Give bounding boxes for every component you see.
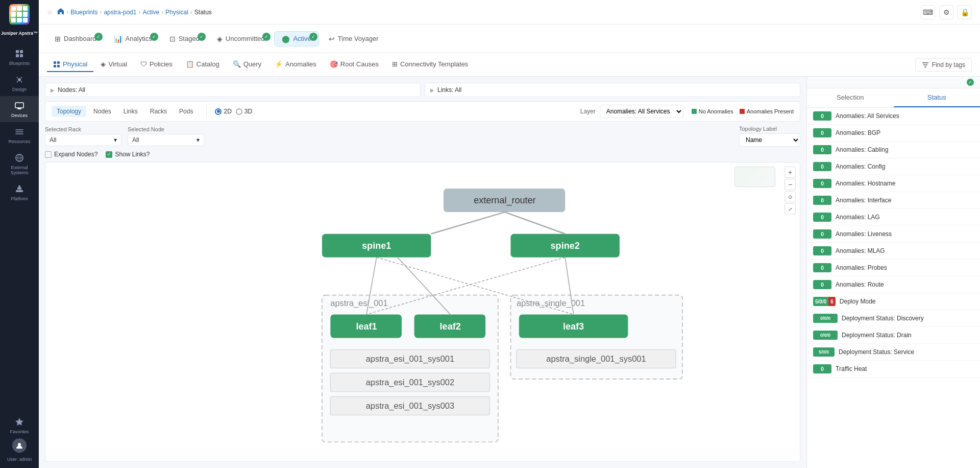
sub-tab-physical[interactable]: Physical: [47, 57, 93, 72]
zoom-out-button[interactable]: −: [785, 179, 796, 190]
topo-tab-nodes[interactable]: Nodes: [88, 106, 116, 117]
expand-nodes-opt[interactable]: Expand Nodes?: [45, 151, 97, 158]
sub-tab-catalog[interactable]: 📋 Catalog: [180, 57, 226, 72]
radio-2d-dot: [215, 108, 222, 115]
zoom-btn-group: + − ⊙ ⤢: [785, 167, 796, 215]
radio-2d[interactable]: 2D: [215, 108, 231, 115]
svg-point-4: [18, 78, 21, 81]
platform-icon: [14, 183, 25, 195]
show-links-label: Show Links?: [115, 151, 150, 158]
sidebar-item-design[interactable]: Design: [0, 70, 39, 96]
sidebar-item-resources[interactable]: Resources: [0, 122, 39, 148]
sidebar-item-favorites[interactable]: Favorites: [0, 412, 39, 438]
sidebar-item-platform[interactable]: Platform: [0, 179, 39, 205]
sub-tab-connectivity[interactable]: ⊞ Connectivity Templates: [386, 57, 474, 72]
expand-nodes-label: Expand Nodes?: [54, 151, 97, 158]
design-icon: [14, 74, 25, 85]
badge-hostname: 0: [813, 179, 831, 188]
breadcrumb-home[interactable]: [57, 8, 64, 16]
badge-deploy-drain: 0/0/0: [813, 331, 838, 340]
tab-uncommitted[interactable]: ◈ Uncommitted ✓: [209, 31, 273, 46]
sidebar-item-devices[interactable]: Devices: [0, 96, 39, 122]
topo-tab-pods[interactable]: Pods: [174, 106, 198, 117]
nodes-filter[interactable]: ▶ Nodes: All: [45, 83, 421, 97]
sys002-label: apstra_esi_001_sys002: [366, 378, 454, 387]
show-links-checkbox[interactable]: ✓: [106, 151, 112, 158]
rp-tab-status[interactable]: Status: [894, 88, 981, 107]
sidebar-favorites-label: Favorites: [10, 429, 29, 434]
label-cabling: Anomalies: Cabling: [836, 146, 888, 153]
label-mlag: Anomalies: MLAG: [836, 247, 885, 254]
tab-analytics[interactable]: 📊 Analytics ✓: [106, 31, 160, 46]
topo-label-select[interactable]: Name: [739, 133, 800, 147]
settings-button[interactable]: ⚙: [939, 5, 953, 19]
panel-check-badge: ✓: [967, 79, 974, 86]
content-area: ▶ Nodes: All ▶ Links: All Topology Nodes…: [39, 77, 980, 468]
sidebar-item-external-systems[interactable]: External Systems: [0, 148, 39, 179]
analytics-check-badge: ✓: [150, 33, 158, 41]
layer-select[interactable]: Anomalies: All Services: [600, 105, 683, 118]
main-content: ☆ › Blueprints › apstra-pod1 › Active › …: [39, 0, 980, 468]
user-avatar[interactable]: [12, 438, 27, 453]
uncommitted-tab-icon: ◈: [217, 35, 223, 43]
sub-tab-anomalies[interactable]: ⚡ Anomalies: [268, 57, 323, 72]
rack-select-group: Selected Rack All ▾: [45, 126, 121, 146]
status-item-deploy-discovery: 0/0/0 Deployment Status: Discovery: [807, 310, 980, 327]
topo-tab-links[interactable]: Links: [118, 106, 143, 117]
label-traffic-heat: Traffic Heat: [836, 365, 867, 372]
sub-tab-policies[interactable]: 🛡 Policies: [134, 57, 179, 72]
zoom-in-button[interactable]: +: [785, 167, 796, 178]
link-router-spine1: [431, 212, 505, 234]
links-filter[interactable]: ▶ Links: All: [425, 83, 800, 97]
breadcrumb-pod[interactable]: apstra-pod1: [104, 9, 136, 16]
app-logo: [9, 4, 30, 25]
rack-single-label: apstra_single_001: [517, 298, 585, 308]
breadcrumb-sep-4: ›: [161, 9, 163, 16]
topology-diagram: apstra_esi_001 apstra_single_001 externa…: [45, 162, 800, 461]
breadcrumb-blueprints[interactable]: Blueprints: [70, 9, 97, 16]
tab-active[interactable]: ⬤ Active ✓: [274, 31, 318, 46]
filter-bar: ▶ Nodes: All ▶ Links: All: [45, 83, 800, 97]
leaf2-label: leaf2: [440, 321, 461, 332]
sub-tab-root-causes[interactable]: 🎯 Root Causes: [324, 57, 385, 72]
topbar: ☆ › Blueprints › apstra-pod1 › Active › …: [39, 0, 980, 25]
breadcrumb-sep-2: ›: [100, 9, 102, 16]
svg-rect-10: [18, 185, 20, 188]
spine2-label: spine2: [551, 241, 580, 251]
topology-tabs: Topology Nodes Links Racks Pods: [52, 106, 198, 117]
tab-time-voyager[interactable]: ↩ Time Voyager: [321, 31, 386, 46]
tab-staged[interactable]: ⊡ Staged ✓: [162, 31, 207, 46]
expand-nodes-checkbox[interactable]: [45, 151, 52, 158]
svg-rect-3: [20, 54, 23, 57]
breadcrumb-physical[interactable]: Physical: [165, 9, 188, 16]
zoom-expand-button[interactable]: ⤢: [785, 203, 796, 215]
lock-button[interactable]: 🔒: [958, 5, 972, 19]
tab-dashboard[interactable]: ⊞ Dashboard ✓: [47, 31, 104, 46]
radio-3d[interactable]: 3D: [236, 108, 252, 115]
virtual-icon: ◈: [101, 60, 106, 68]
radio-2d-label: 2D: [224, 108, 231, 115]
badge-deploy-mode-left: 5/0/0: [813, 297, 828, 306]
sub-tab-query[interactable]: 🔍 Query: [227, 57, 267, 72]
breadcrumb-sep-3: ›: [138, 9, 140, 16]
rack-select[interactable]: All ▾: [45, 134, 121, 146]
status-item-config: 0 Anomalies: Config: [807, 158, 980, 175]
label-all-services: Anomalies: All Services: [836, 112, 899, 120]
svg-rect-12: [54, 61, 56, 64]
topbar-actions: ⌨ ⚙ 🔒: [921, 5, 972, 19]
topo-tab-topology[interactable]: Topology: [52, 106, 86, 117]
show-links-opt[interactable]: ✓ Show Links?: [106, 151, 150, 158]
physical-tab-label: Physical: [63, 60, 87, 68]
rp-tab-selection[interactable]: Selection: [807, 88, 894, 107]
breadcrumb-active[interactable]: Active: [142, 9, 159, 16]
favorite-star-icon[interactable]: ☆: [47, 8, 53, 16]
zoom-fit-button[interactable]: ⊙: [785, 191, 796, 202]
status-item-deploy-service: 5/0/0 Deployment Status: Service: [807, 344, 980, 361]
find-tags-button[interactable]: Find by tags: [915, 58, 972, 72]
svg-rect-5: [15, 103, 23, 108]
topo-tab-racks[interactable]: Racks: [145, 106, 172, 117]
terminal-button[interactable]: ⌨: [921, 5, 935, 19]
sidebar-item-blueprints[interactable]: Blueprints: [0, 44, 39, 70]
node-select[interactable]: All ▾: [128, 134, 204, 146]
sub-tab-virtual[interactable]: ◈ Virtual: [94, 57, 133, 72]
